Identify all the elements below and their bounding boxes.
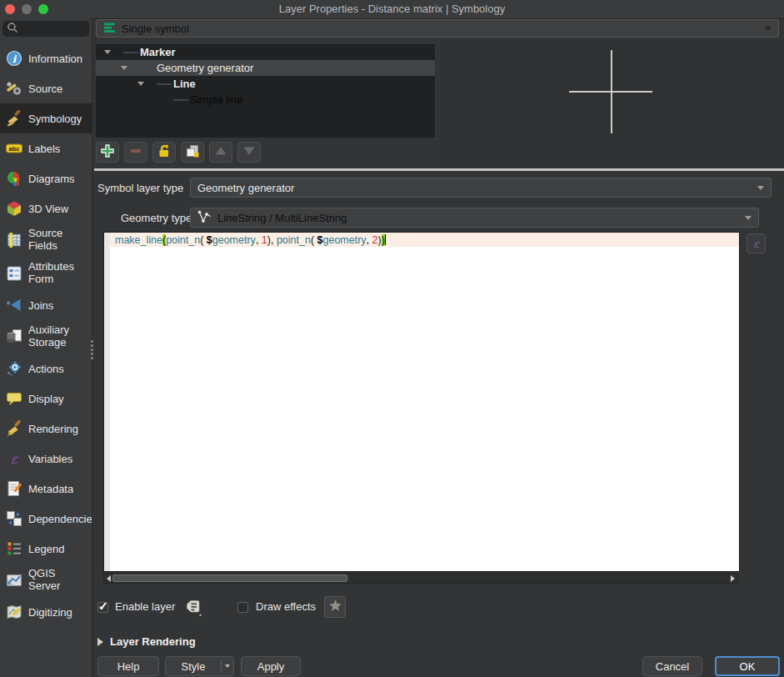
renderer-value: Single symbol [122, 23, 189, 35]
layer-rendering-group[interactable]: Layer Rendering [97, 635, 196, 648]
editor-horizontal-scrollbar[interactable] [103, 573, 738, 584]
expression-token: 1 [262, 234, 267, 246]
expression-token: 2 [372, 234, 378, 246]
sidebar-item-rendering[interactable]: Rendering [0, 414, 92, 444]
dependencies-icon [6, 510, 22, 527]
duplicate-icon [185, 143, 200, 162]
collapsed-arrow-icon[interactable] [97, 638, 103, 646]
sidebar-item-display[interactable]: Display [0, 384, 92, 414]
diagrams-icon [6, 170, 22, 187]
layer-rendering-label: Layer Rendering [110, 635, 196, 648]
apply-button-label: Apply [257, 660, 285, 673]
sidebar-item-symbology[interactable]: Symbology [0, 103, 92, 133]
ok-button[interactable]: OK [715, 656, 780, 676]
sidebar-search-box[interactable] [2, 21, 89, 37]
sidebar-item-label: Actions [28, 363, 64, 375]
renderer-select[interactable]: Single symbol [96, 19, 779, 38]
symbol-tree-label: Geometry generator [157, 62, 253, 74]
enable-layer-checkbox[interactable]: ✓ [97, 602, 108, 613]
plus-icon [100, 143, 115, 162]
digitizing-icon [6, 604, 22, 620]
layer-options-row: ✓ Enable layer Draw effects [92, 595, 784, 619]
apply-button[interactable]: Apply [241, 656, 301, 676]
sidebar-item-label: Information [28, 53, 82, 65]
remove-symbol-layer-button[interactable] [124, 142, 147, 163]
sidebar-item-digitizing[interactable]: Digitizing [0, 597, 92, 627]
search-input[interactable] [18, 23, 87, 36]
geometry-type-label: Geometry type [121, 212, 192, 224]
help-button[interactable]: Help [97, 656, 159, 676]
style-button-label: Style [166, 660, 221, 673]
sidebar-item-diagrams[interactable]: Diagrams [0, 163, 92, 193]
sidebar-item-metadata[interactable]: Metadata [0, 474, 92, 504]
expression-token: ) [382, 234, 385, 246]
expression-builder-button[interactable]: ε [747, 233, 766, 253]
sidebar-item-auxiliary-storage[interactable]: Auxiliary Storage [0, 320, 92, 354]
scrollbar-thumb[interactable] [112, 574, 347, 582]
search-icon [7, 22, 18, 37]
sidebar-item-label: 3D View [28, 203, 68, 215]
sidebar-item-label: QGIS Server [28, 568, 87, 592]
expand-arrow-icon[interactable] [137, 82, 144, 86]
star-icon [328, 599, 342, 616]
lock-color-button[interactable] [152, 142, 176, 163]
joins-icon [6, 297, 22, 313]
draw-effects-checkbox[interactable] [237, 602, 248, 613]
geometry-expression-editor[interactable]: make_line(point_n( $geometry, 1), point_… [103, 232, 740, 572]
properties-sidebar: iInformationSourceSymbologyabcLabelsDiag… [0, 18, 92, 677]
sidebar-item-attributes-form[interactable]: Attributes Form [0, 257, 92, 290]
sidebar-item-label: Joins [28, 299, 53, 312]
data-defined-override-button[interactable] [183, 598, 205, 618]
move-down-button[interactable] [237, 142, 261, 163]
scroll-right-arrow-icon[interactable] [728, 574, 737, 583]
arrow-down-icon [242, 143, 257, 162]
qgis-server-icon [6, 572, 22, 589]
sidebar-item-source[interactable]: Source [0, 73, 92, 103]
display-icon [6, 390, 22, 407]
symbol-layer-type-select[interactable]: Geometry generator [190, 178, 772, 198]
sidebar-item-source-fields[interactable]: Source Fields [0, 223, 92, 257]
draw-effects-label: Draw effects [256, 600, 316, 613]
arrow-up-icon [213, 143, 228, 162]
title-bar: Layer Properties - Distance matrix | Sym… [0, 0, 784, 19]
metadata-icon [6, 480, 22, 497]
move-up-button[interactable] [209, 142, 232, 163]
effects-customize-button[interactable] [324, 596, 346, 618]
symbol-preview-line-icon [157, 83, 172, 85]
add-symbol-layer-button[interactable] [96, 142, 119, 163]
symbol-tree-node-geometry-generator[interactable]: Geometry generator [96, 60, 435, 76]
sidebar-item-information[interactable]: iInformation [0, 43, 92, 73]
expand-arrow-icon[interactable] [104, 50, 111, 54]
expression-token: geometry [323, 234, 367, 246]
symbol-tree-node-simple-line[interactable]: Simple line [96, 92, 435, 108]
sidebar-item-actions[interactable]: Actions [0, 354, 92, 384]
sidebar-item-variables[interactable]: εVariables [0, 444, 92, 474]
symbol-tree-node-marker[interactable]: Marker [96, 44, 435, 60]
sidebar-item-label: Auxiliary Storage [28, 324, 87, 349]
chevron-down-icon[interactable] [222, 664, 233, 668]
minus-icon [128, 143, 143, 162]
variables-icon: ε [6, 450, 22, 467]
sidebar-item-3d-view[interactable]: 3D View [0, 193, 92, 223]
sidebar-item-labels[interactable]: abcLabels [0, 133, 92, 163]
sidebar-item-dependencies[interactable]: Dependencies [0, 504, 92, 534]
sidebar-item-legend[interactable]: Legend [0, 534, 92, 564]
symbol-preview-line-icon [140, 68, 155, 69]
symbology-icon [6, 110, 22, 127]
expression-code-line[interactable]: make_line(point_n( $geometry, 1), point_… [110, 233, 739, 247]
source-fields-icon [6, 232, 22, 248]
style-button[interactable]: Style [165, 656, 234, 676]
symbol-tree-node-line[interactable]: Line [96, 76, 435, 92]
expand-arrow-icon[interactable] [121, 66, 127, 70]
rendering-icon [6, 420, 22, 437]
sidebar-item-joins[interactable]: Joins [0, 290, 92, 320]
cancel-button[interactable]: Cancel [642, 656, 702, 676]
sidebar-item-label: Legend [28, 543, 64, 555]
sidebar-item-label: Source [28, 83, 62, 95]
sidebar-item-qgis-server[interactable]: QGIS Server [0, 564, 92, 597]
geometry-type-select[interactable]: LineString / MultiLineString [190, 208, 759, 228]
checkmark-icon: ✓ [98, 599, 108, 613]
expression-token: ( [200, 234, 207, 246]
duplicate-symbol-layer-button[interactable] [181, 142, 204, 163]
symbol-tree-label: Simple line [190, 93, 243, 106]
